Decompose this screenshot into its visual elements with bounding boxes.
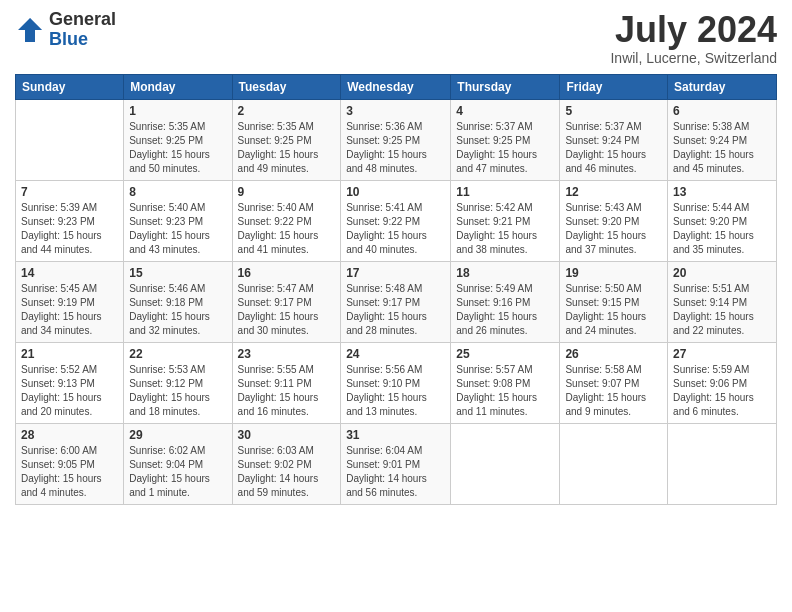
calendar-cell xyxy=(668,423,777,504)
sunset-text: Sunset: 9:23 PM xyxy=(129,216,203,227)
col-monday: Monday xyxy=(124,74,232,99)
calendar-cell: 3Sunrise: 5:36 AMSunset: 9:25 PMDaylight… xyxy=(341,99,451,180)
sunrise-text: Sunrise: 5:47 AM xyxy=(238,283,314,294)
daylight-text: Daylight: 15 hours and 11 minutes. xyxy=(456,392,537,417)
sunset-text: Sunset: 9:02 PM xyxy=(238,459,312,470)
daylight-text: Daylight: 15 hours and 24 minutes. xyxy=(565,311,646,336)
day-number: 10 xyxy=(346,185,445,199)
calendar-cell: 28Sunrise: 6:00 AMSunset: 9:05 PMDayligh… xyxy=(16,423,124,504)
col-tuesday: Tuesday xyxy=(232,74,341,99)
calendar-cell: 21Sunrise: 5:52 AMSunset: 9:13 PMDayligh… xyxy=(16,342,124,423)
day-info: Sunrise: 5:58 AMSunset: 9:07 PMDaylight:… xyxy=(565,363,662,419)
sunset-text: Sunset: 9:20 PM xyxy=(565,216,639,227)
logo-text: General Blue xyxy=(49,10,116,50)
sunrise-text: Sunrise: 5:41 AM xyxy=(346,202,422,213)
logo-blue: Blue xyxy=(49,30,116,50)
day-number: 27 xyxy=(673,347,771,361)
daylight-text: Daylight: 15 hours and 37 minutes. xyxy=(565,230,646,255)
day-info: Sunrise: 6:00 AMSunset: 9:05 PMDaylight:… xyxy=(21,444,118,500)
sunset-text: Sunset: 9:01 PM xyxy=(346,459,420,470)
day-number: 31 xyxy=(346,428,445,442)
day-number: 1 xyxy=(129,104,226,118)
sunset-text: Sunset: 9:20 PM xyxy=(673,216,747,227)
day-number: 4 xyxy=(456,104,554,118)
day-number: 18 xyxy=(456,266,554,280)
day-number: 28 xyxy=(21,428,118,442)
daylight-text: Daylight: 15 hours and 35 minutes. xyxy=(673,230,754,255)
calendar-cell: 9Sunrise: 5:40 AMSunset: 9:22 PMDaylight… xyxy=(232,180,341,261)
calendar-week-row: 1Sunrise: 5:35 AMSunset: 9:25 PMDaylight… xyxy=(16,99,777,180)
day-info: Sunrise: 5:53 AMSunset: 9:12 PMDaylight:… xyxy=(129,363,226,419)
calendar-cell xyxy=(451,423,560,504)
calendar-cell: 6Sunrise: 5:38 AMSunset: 9:24 PMDaylight… xyxy=(668,99,777,180)
logo-icon xyxy=(15,15,45,45)
daylight-text: Daylight: 15 hours and 20 minutes. xyxy=(21,392,102,417)
sunset-text: Sunset: 9:14 PM xyxy=(673,297,747,308)
logo: General Blue xyxy=(15,10,116,50)
daylight-text: Daylight: 15 hours and 22 minutes. xyxy=(673,311,754,336)
day-number: 16 xyxy=(238,266,336,280)
sunset-text: Sunset: 9:24 PM xyxy=(673,135,747,146)
day-number: 15 xyxy=(129,266,226,280)
day-info: Sunrise: 5:41 AMSunset: 9:22 PMDaylight:… xyxy=(346,201,445,257)
day-info: Sunrise: 5:39 AMSunset: 9:23 PMDaylight:… xyxy=(21,201,118,257)
day-number: 25 xyxy=(456,347,554,361)
day-info: Sunrise: 5:48 AMSunset: 9:17 PMDaylight:… xyxy=(346,282,445,338)
day-info: Sunrise: 5:56 AMSunset: 9:10 PMDaylight:… xyxy=(346,363,445,419)
calendar-week-row: 21Sunrise: 5:52 AMSunset: 9:13 PMDayligh… xyxy=(16,342,777,423)
calendar-cell: 31Sunrise: 6:04 AMSunset: 9:01 PMDayligh… xyxy=(341,423,451,504)
day-info: Sunrise: 5:55 AMSunset: 9:11 PMDaylight:… xyxy=(238,363,336,419)
daylight-text: Daylight: 15 hours and 26 minutes. xyxy=(456,311,537,336)
day-number: 12 xyxy=(565,185,662,199)
daylight-text: Daylight: 15 hours and 44 minutes. xyxy=(21,230,102,255)
sunrise-text: Sunrise: 5:42 AM xyxy=(456,202,532,213)
day-info: Sunrise: 5:47 AMSunset: 9:17 PMDaylight:… xyxy=(238,282,336,338)
col-sunday: Sunday xyxy=(16,74,124,99)
day-number: 6 xyxy=(673,104,771,118)
sunrise-text: Sunrise: 6:00 AM xyxy=(21,445,97,456)
sunrise-text: Sunrise: 5:46 AM xyxy=(129,283,205,294)
svg-marker-1 xyxy=(30,18,42,42)
calendar-cell: 4Sunrise: 5:37 AMSunset: 9:25 PMDaylight… xyxy=(451,99,560,180)
day-info: Sunrise: 5:38 AMSunset: 9:24 PMDaylight:… xyxy=(673,120,771,176)
day-number: 30 xyxy=(238,428,336,442)
sunrise-text: Sunrise: 6:04 AM xyxy=(346,445,422,456)
day-info: Sunrise: 5:52 AMSunset: 9:13 PMDaylight:… xyxy=(21,363,118,419)
sunset-text: Sunset: 9:08 PM xyxy=(456,378,530,389)
day-number: 7 xyxy=(21,185,118,199)
sunset-text: Sunset: 9:19 PM xyxy=(21,297,95,308)
day-info: Sunrise: 6:02 AMSunset: 9:04 PMDaylight:… xyxy=(129,444,226,500)
sunset-text: Sunset: 9:17 PM xyxy=(238,297,312,308)
daylight-text: Daylight: 15 hours and 46 minutes. xyxy=(565,149,646,174)
day-info: Sunrise: 5:51 AMSunset: 9:14 PMDaylight:… xyxy=(673,282,771,338)
sunrise-text: Sunrise: 5:40 AM xyxy=(238,202,314,213)
col-saturday: Saturday xyxy=(668,74,777,99)
sunrise-text: Sunrise: 5:35 AM xyxy=(238,121,314,132)
calendar-cell: 29Sunrise: 6:02 AMSunset: 9:04 PMDayligh… xyxy=(124,423,232,504)
calendar-cell: 5Sunrise: 5:37 AMSunset: 9:24 PMDaylight… xyxy=(560,99,668,180)
daylight-text: Daylight: 15 hours and 32 minutes. xyxy=(129,311,210,336)
calendar-cell: 1Sunrise: 5:35 AMSunset: 9:25 PMDaylight… xyxy=(124,99,232,180)
sunrise-text: Sunrise: 5:59 AM xyxy=(673,364,749,375)
daylight-text: Daylight: 15 hours and 16 minutes. xyxy=(238,392,319,417)
calendar-cell xyxy=(560,423,668,504)
daylight-text: Daylight: 15 hours and 30 minutes. xyxy=(238,311,319,336)
daylight-text: Daylight: 14 hours and 56 minutes. xyxy=(346,473,427,498)
day-info: Sunrise: 5:50 AMSunset: 9:15 PMDaylight:… xyxy=(565,282,662,338)
sunrise-text: Sunrise: 5:49 AM xyxy=(456,283,532,294)
day-info: Sunrise: 5:37 AMSunset: 9:24 PMDaylight:… xyxy=(565,120,662,176)
sunset-text: Sunset: 9:25 PM xyxy=(129,135,203,146)
sunset-text: Sunset: 9:22 PM xyxy=(346,216,420,227)
sunrise-text: Sunrise: 5:56 AM xyxy=(346,364,422,375)
day-info: Sunrise: 6:03 AMSunset: 9:02 PMDaylight:… xyxy=(238,444,336,500)
sunrise-text: Sunrise: 5:35 AM xyxy=(129,121,205,132)
day-number: 13 xyxy=(673,185,771,199)
calendar-cell: 19Sunrise: 5:50 AMSunset: 9:15 PMDayligh… xyxy=(560,261,668,342)
day-number: 29 xyxy=(129,428,226,442)
calendar-cell: 23Sunrise: 5:55 AMSunset: 9:11 PMDayligh… xyxy=(232,342,341,423)
day-info: Sunrise: 5:44 AMSunset: 9:20 PMDaylight:… xyxy=(673,201,771,257)
calendar-cell: 30Sunrise: 6:03 AMSunset: 9:02 PMDayligh… xyxy=(232,423,341,504)
calendar-week-row: 28Sunrise: 6:00 AMSunset: 9:05 PMDayligh… xyxy=(16,423,777,504)
day-number: 22 xyxy=(129,347,226,361)
sunrise-text: Sunrise: 6:03 AM xyxy=(238,445,314,456)
